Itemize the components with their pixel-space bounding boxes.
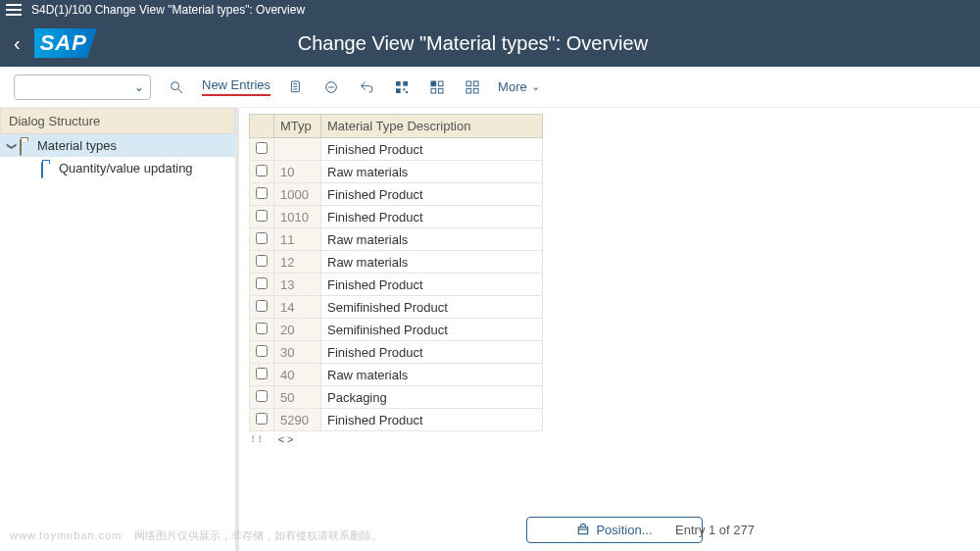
- search-icon[interactable]: [167, 77, 186, 97]
- cell-mtyp[interactable]: 20: [274, 319, 321, 341]
- tree-item-label: Quantity/value updating: [59, 161, 193, 175]
- row-checkbox[interactable]: [256, 187, 268, 199]
- row-checkbox[interactable]: [256, 323, 268, 334]
- chevron-down-icon: ⌄: [531, 80, 540, 93]
- row-checkbox[interactable]: [256, 300, 268, 312]
- svg-line-1: [178, 89, 182, 93]
- cell-mtyp[interactable]: 50: [274, 386, 321, 409]
- row-checkbox-cell: [250, 409, 274, 431]
- svg-rect-14: [438, 81, 443, 86]
- select-block-icon[interactable]: [427, 77, 447, 97]
- table-row[interactable]: 20Semifinished Product: [250, 319, 543, 341]
- sidebar-header: Dialog Structure: [0, 108, 235, 134]
- cell-description[interactable]: Raw materials: [321, 251, 543, 274]
- row-checkbox-cell: [250, 206, 274, 228]
- sap-logo: SAP: [34, 28, 97, 58]
- cell-description[interactable]: Finished Product: [321, 409, 543, 431]
- cell-mtyp[interactable]: 1000: [274, 183, 321, 206]
- drag-handle-icon[interactable]: ⠇⠇: [249, 433, 267, 446]
- row-checkbox-cell: [250, 251, 274, 274]
- table-row[interactable]: 10Raw materials: [250, 161, 543, 183]
- column-mtyp[interactable]: MTyp: [274, 115, 321, 138]
- cell-description[interactable]: Raw materials: [321, 228, 543, 251]
- cell-description[interactable]: Finished Product: [321, 341, 543, 364]
- dialog-structure-sidebar: Dialog Structure ❯ Material types Quanti…: [0, 108, 239, 551]
- row-checkbox-cell: [250, 386, 274, 409]
- row-checkbox[interactable]: [256, 413, 268, 425]
- row-checkbox[interactable]: [256, 345, 268, 357]
- cell-mtyp[interactable]: 40: [274, 364, 321, 386]
- delete-icon[interactable]: [321, 77, 341, 97]
- svg-rect-10: [396, 88, 401, 93]
- cell-description[interactable]: Raw materials: [321, 161, 543, 183]
- row-checkbox-cell: [250, 183, 274, 206]
- cell-description[interactable]: Packaging: [321, 386, 543, 409]
- table-row[interactable]: 1000Finished Product: [250, 183, 543, 206]
- page-title: Change View "Material types": Overview: [111, 32, 835, 55]
- row-checkbox[interactable]: [256, 390, 268, 402]
- cell-description[interactable]: Finished Product: [321, 183, 543, 206]
- table-row[interactable]: 1010Finished Product: [250, 206, 543, 228]
- tree-item-quantity-value[interactable]: Quantity/value updating: [0, 157, 235, 179]
- app-header: ‹ SAP Change View "Material types": Over…: [0, 20, 980, 67]
- cell-mtyp[interactable]: 14: [274, 296, 321, 319]
- cell-description[interactable]: Finished Product: [321, 138, 543, 161]
- variant-dropdown[interactable]: ⌄: [14, 75, 151, 100]
- table-row[interactable]: 14Semifinished Product: [250, 296, 543, 319]
- cell-mtyp[interactable]: 1010: [274, 206, 321, 228]
- row-checkbox[interactable]: [256, 255, 268, 267]
- row-checkbox-cell: [250, 341, 274, 364]
- row-checkbox[interactable]: [256, 368, 268, 379]
- more-label: More: [498, 79, 527, 94]
- deselect-all-icon[interactable]: [463, 77, 482, 97]
- table-row[interactable]: 11Raw materials: [250, 228, 543, 251]
- menu-icon[interactable]: [6, 4, 22, 16]
- svg-rect-19: [466, 88, 471, 93]
- cell-description[interactable]: Finished Product: [321, 206, 543, 228]
- content-area: Dialog Structure ❯ Material types Quanti…: [0, 108, 980, 551]
- row-checkbox[interactable]: [256, 232, 268, 244]
- tree-item-material-types[interactable]: ❯ Material types: [0, 134, 235, 157]
- cell-mtyp[interactable]: 10: [274, 161, 321, 183]
- cell-mtyp[interactable]: 5290: [274, 409, 321, 431]
- column-description[interactable]: Material Type Description: [321, 115, 543, 138]
- back-button[interactable]: ‹: [14, 32, 21, 55]
- row-checkbox[interactable]: [256, 277, 268, 289]
- row-checkbox[interactable]: [256, 165, 268, 176]
- row-checkbox-cell: [250, 274, 274, 296]
- table-row[interactable]: 12Raw materials: [250, 251, 543, 274]
- table-row[interactable]: 40Raw materials: [250, 364, 543, 386]
- copy-as-icon[interactable]: [286, 77, 306, 97]
- cell-description[interactable]: Semifinished Product: [321, 296, 543, 319]
- more-button[interactable]: More ⌄: [498, 79, 540, 94]
- new-entries-button[interactable]: New Entries: [202, 77, 270, 96]
- table-container: MTyp Material Type Description Finished …: [249, 108, 980, 508]
- row-checkbox-cell: [250, 138, 274, 161]
- position-icon: [576, 523, 590, 536]
- svg-rect-9: [403, 81, 408, 86]
- cell-mtyp[interactable]: 30: [274, 341, 321, 364]
- table-row[interactable]: 50Packaging: [250, 386, 543, 409]
- cell-description[interactable]: Raw materials: [321, 364, 543, 386]
- cell-description[interactable]: Semifinished Product: [321, 319, 543, 341]
- select-all-icon[interactable]: [392, 77, 412, 97]
- main-area: MTyp Material Type Description Finished …: [239, 108, 980, 551]
- undo-icon[interactable]: [357, 77, 376, 97]
- cell-mtyp[interactable]: 13: [274, 274, 321, 296]
- row-checkbox[interactable]: [256, 142, 268, 154]
- table-row[interactable]: Finished Product: [250, 138, 543, 161]
- toolbar: ⌄ New Entries More ⌄: [0, 67, 980, 108]
- table-row[interactable]: 13Finished Product: [250, 274, 543, 296]
- chevron-down-icon: ❯: [7, 142, 18, 150]
- scroll-left-right-icon[interactable]: < >: [270, 431, 302, 447]
- position-label: Position...: [596, 523, 652, 537]
- svg-rect-18: [473, 81, 478, 86]
- table-row[interactable]: 30Finished Product: [250, 341, 543, 364]
- cell-mtyp[interactable]: 12: [274, 251, 321, 274]
- cell-mtyp[interactable]: 11: [274, 228, 321, 251]
- row-checkbox[interactable]: [256, 210, 268, 222]
- cell-mtyp[interactable]: [274, 138, 321, 161]
- cell-description[interactable]: Finished Product: [321, 274, 543, 296]
- folder-open-icon: [20, 140, 33, 152]
- table-row[interactable]: 5290Finished Product: [250, 409, 543, 431]
